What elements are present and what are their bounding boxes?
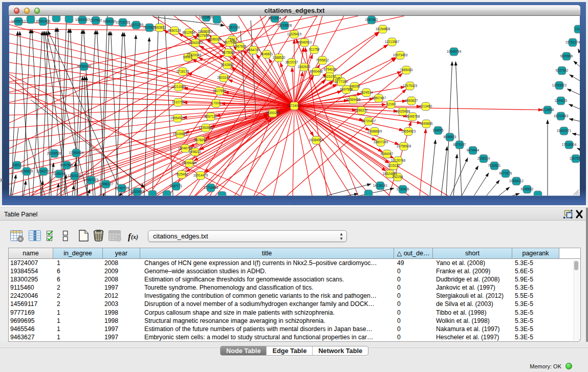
svg-text:19106829: 19106829 — [173, 132, 188, 136]
svg-text:20053346: 20053346 — [77, 64, 92, 68]
svg-text:(x): (x) — [131, 233, 138, 240]
svg-text:6794028: 6794028 — [324, 68, 337, 71]
svg-text:12975115: 12975115 — [403, 84, 417, 87]
svg-text:9527508: 9527508 — [224, 40, 236, 44]
svg-text:20691406: 20691406 — [36, 19, 51, 23]
svg-text:17016504: 17016504 — [562, 143, 577, 146]
svg-text:164095: 164095 — [432, 128, 444, 132]
svg-text:8813054: 8813054 — [269, 16, 281, 20]
svg-text:93501: 93501 — [12, 163, 21, 167]
svg-text:16033809: 16033809 — [199, 15, 214, 19]
svg-text:9463627: 9463627 — [405, 99, 418, 102]
svg-text:15716485: 15716485 — [204, 186, 219, 189]
svg-text:3822037: 3822037 — [286, 60, 298, 64]
svg-text:1621072: 1621072 — [323, 75, 336, 78]
svg-text:18724007: 18724007 — [287, 104, 302, 107]
svg-text:9146821: 9146821 — [260, 52, 273, 56]
svg-text:2087682: 2087682 — [365, 18, 378, 21]
svg-text:8267130: 8267130 — [205, 115, 217, 118]
svg-text:17957223: 17957223 — [84, 178, 99, 182]
svg-text:911758: 911758 — [309, 48, 320, 51]
svg-text:8215958: 8215958 — [541, 108, 554, 112]
svg-text:12942737: 12942737 — [36, 169, 51, 173]
svg-text:1615112: 1615112 — [387, 164, 400, 167]
svg-text:7986372: 7986372 — [355, 108, 368, 112]
svg-text:6497568: 6497568 — [340, 87, 353, 91]
svg-text:17006: 17006 — [211, 101, 221, 105]
svg-text:20364436: 20364436 — [346, 98, 361, 101]
svg-text:11923448: 11923448 — [130, 190, 144, 193]
svg-text:6466160: 6466160 — [103, 19, 116, 23]
svg-text:16543382: 16543382 — [188, 41, 203, 45]
svg-text:252254: 252254 — [392, 175, 403, 179]
svg-text:9084067: 9084067 — [381, 152, 394, 156]
svg-text:1167533: 1167533 — [570, 157, 582, 160]
svg-text:9245652: 9245652 — [521, 187, 534, 191]
svg-text:5498222: 5498222 — [189, 150, 202, 154]
svg-text:1527602: 1527602 — [90, 18, 102, 22]
svg-text:19654923: 19654923 — [401, 129, 416, 133]
svg-text:1010755: 1010755 — [172, 100, 185, 104]
svg-text:1117: 1117 — [575, 27, 582, 31]
svg-text:10807487: 10807487 — [372, 96, 386, 100]
svg-text:9829966: 9829966 — [560, 54, 573, 58]
svg-text:12213967: 12213967 — [385, 40, 400, 43]
svg-text:10025438: 10025438 — [396, 110, 410, 113]
svg-text:14055712: 14055712 — [11, 19, 26, 23]
svg-text:11325419: 11325419 — [287, 32, 301, 36]
svg-text:9213460: 9213460 — [420, 104, 432, 108]
svg-text:19218506: 19218506 — [277, 24, 292, 27]
svg-text:9699695: 9699695 — [420, 122, 433, 125]
svg-text:3824514: 3824514 — [360, 91, 373, 94]
svg-text:8990448: 8990448 — [310, 70, 323, 73]
svg-text:1145194: 1145194 — [53, 172, 66, 176]
svg-text:18300295: 18300295 — [266, 111, 280, 115]
svg-text:1244415: 1244415 — [555, 99, 568, 102]
svg-text:10648784: 10648784 — [447, 50, 462, 53]
svg-text:7955812: 7955812 — [316, 58, 329, 62]
svg-text:8678352: 8678352 — [194, 138, 207, 142]
svg-text:2967608: 2967608 — [234, 45, 247, 48]
svg-text:9474444: 9474444 — [467, 148, 480, 152]
svg-text:9657771: 9657771 — [170, 184, 183, 188]
svg-text:10653267: 10653267 — [75, 18, 90, 21]
svg-text:1362615: 1362615 — [298, 65, 311, 69]
svg-text:14136141: 14136141 — [373, 184, 388, 187]
svg-text:9827505: 9827505 — [197, 34, 209, 37]
svg-text:12213389: 12213389 — [171, 85, 186, 89]
svg-text:10688609: 10688609 — [367, 129, 382, 133]
svg-text:15692971: 15692971 — [557, 129, 572, 133]
svg-text:8660128: 8660128 — [168, 29, 181, 32]
svg-text:1588520: 1588520 — [273, 56, 286, 59]
svg-text:16210643: 16210643 — [554, 114, 569, 118]
svg-text:8427552: 8427552 — [213, 89, 226, 93]
svg-text:9777169: 9777169 — [335, 80, 348, 83]
svg-text:10719155: 10719155 — [116, 20, 130, 24]
svg-text:10756928: 10756928 — [397, 144, 411, 148]
svg-text:12503135: 12503135 — [68, 174, 82, 178]
svg-text:12093822: 12093822 — [552, 83, 567, 87]
svg-text:10958107: 10958107 — [99, 182, 114, 186]
svg-text:16046756: 16046756 — [178, 146, 193, 150]
svg-text:98961: 98961 — [183, 55, 192, 59]
svg-text:16154808: 16154808 — [376, 27, 390, 31]
svg-text:7632621: 7632621 — [488, 164, 501, 167]
svg-text:14099489: 14099489 — [182, 161, 197, 165]
svg-text:8454749: 8454749 — [247, 48, 260, 52]
svg-text:8912954: 8912954 — [183, 31, 195, 34]
svg-text:1733426: 1733426 — [397, 187, 409, 191]
svg-text:18807249: 18807249 — [374, 140, 388, 144]
svg-text:15751074: 15751074 — [565, 40, 580, 44]
svg-text:16571355: 16571355 — [129, 23, 144, 27]
svg-text:8938923: 8938923 — [444, 135, 456, 139]
svg-text:7357224: 7357224 — [227, 26, 240, 29]
svg-text:15495798: 15495798 — [405, 115, 420, 118]
svg-text:2718176: 2718176 — [177, 70, 189, 73]
svg-text:16914479: 16914479 — [193, 173, 208, 177]
svg-text:6879197: 6879197 — [453, 143, 466, 146]
svg-text:19654925: 19654925 — [170, 116, 185, 120]
svg-text:9227342: 9227342 — [556, 69, 569, 72]
svg-text:10973493: 10973493 — [393, 53, 408, 57]
svg-text:2803144: 2803144 — [217, 76, 230, 79]
svg-text:9097585: 9097585 — [60, 163, 73, 167]
